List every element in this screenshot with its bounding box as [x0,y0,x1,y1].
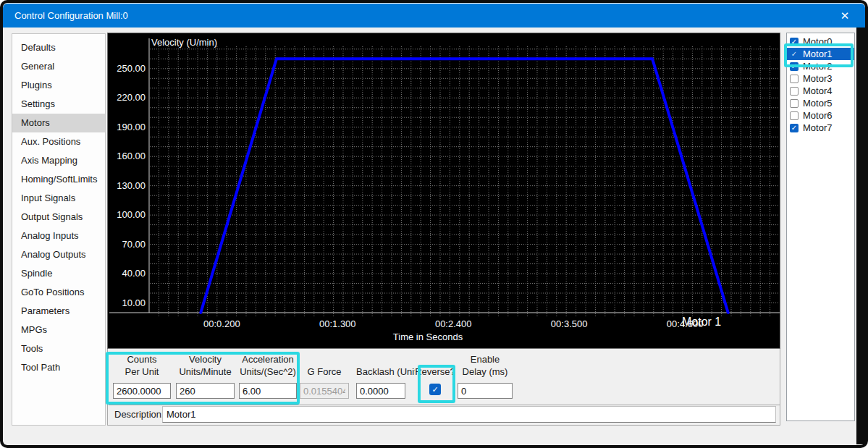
sidebar-item-spindle[interactable]: Spindle [12,264,105,283]
sidebar-item-analog-outputs[interactable]: Analog Outputs [12,245,105,264]
motor-checkbox-icon[interactable] [790,99,799,108]
velocity-chart: Velocity (U/min) Time in Seconds Motor 1… [107,33,780,349]
field-label: Velocity [176,353,235,365]
motor-checkbox-icon[interactable]: ✓ [790,124,799,132]
field-label: Units/(Sec^2) [239,365,297,378]
counts-per-unit-input[interactable] [113,383,171,399]
motor-checkbox-icon[interactable] [790,75,799,83]
motor-label: Motor3 [803,73,832,84]
motor-checkbox-icon[interactable] [790,87,799,96]
motor-label: Motor7 [803,122,832,133]
sidebar-item-homing-softlimits[interactable]: Homing/SoftLimits [12,170,105,189]
motor-checkbox-icon[interactable]: ✓ [790,50,799,59]
description-label: Description: [114,409,164,420]
enable-delay-input[interactable] [458,383,513,399]
divider [109,405,780,405]
reverse-checkbox[interactable]: ✓ [429,384,441,395]
sidebar: DefaultsGeneralPluginsSettingsMotorsAux.… [12,33,106,426]
sidebar-item-motors[interactable]: Motors [12,114,105,132]
sidebar-item-axis-mapping[interactable]: Axis Mapping [12,151,105,170]
motor-row-motor0[interactable]: ✓Motor0 [787,35,854,48]
backlash-field: Backlash (Units) [356,353,405,401]
motor-row-motor4[interactable]: Motor4 [787,85,854,97]
motor-label: Motor6 [803,110,832,121]
sidebar-item-general[interactable]: General [12,57,105,76]
motor-checklist: ✓Motor0✓Motor1✓Motor2Motor3Motor4Motor5M… [786,33,855,421]
motor-row-motor5[interactable]: Motor5 [787,97,854,109]
sidebar-item-analog-inputs[interactable]: Analog Inputs [12,227,105,245]
field-label: Backlash (Units) [356,365,405,378]
sidebar-item-tools[interactable]: Tools [12,339,105,358]
velocity-field: Velocity Units/Minute [176,353,235,401]
motor-label: Motor0 [803,36,832,47]
g-force-readonly [300,383,349,399]
velocity-curve [201,59,728,313]
motor-checkbox-icon[interactable] [790,111,799,120]
motor-row-motor6[interactable]: Motor6 [787,109,854,122]
motor-row-motor7[interactable]: ✓Motor7 [787,122,854,134]
motor-label: Motor5 [803,98,832,109]
sidebar-item-output-signals[interactable]: Output Signals [12,208,105,227]
sidebar-item-defaults[interactable]: Defaults [12,38,105,57]
counts-per-unit-field: Counts Per Unit [113,353,171,401]
sidebar-item-input-signals[interactable]: Input Signals [12,189,105,208]
chart-canvas [108,33,781,350]
field-label: Delay (ms) [458,365,513,378]
titlebar: Control Configuration Mill:0 ✕ [3,4,865,28]
motor-row-motor2[interactable]: ✓Motor2 [787,60,854,72]
window-frame: Control Configuration Mill:0 ✕ DefaultsG… [0,0,868,448]
sidebar-item-plugins[interactable]: Plugins [12,76,105,95]
field-label: Acceleration [239,353,297,365]
acceleration-input[interactable] [239,383,297,399]
acceleration-field: Acceleration Units/(Sec^2) [239,353,297,401]
motor-label: Motor2 [803,61,832,72]
window-right-edge [856,28,865,444]
motor-row-motor3[interactable]: Motor3 [787,72,854,85]
motor-checkbox-icon[interactable]: ✓ [790,38,799,46]
sidebar-item-goto-positions[interactable]: GoTo Positions [12,283,105,302]
close-icon[interactable]: ✕ [833,7,856,25]
field-label: Units/Minute [176,365,235,378]
motor-label: Motor1 [803,48,832,59]
sidebar-item-parameters[interactable]: Parameters [12,302,105,321]
sidebar-item-mpgs[interactable]: MPGs [12,321,105,339]
sidebar-item-settings[interactable]: Settings [12,95,105,114]
motor-label: Motor4 [803,85,832,96]
field-label: Enable [458,353,513,365]
field-label: Counts [113,353,171,365]
enable-delay-field: Enable Delay (ms) [458,353,513,401]
sidebar-item-aux-positions[interactable]: Aux. Positions [12,132,105,151]
field-label: Per Unit [113,365,171,378]
field-label: G Force [300,365,349,378]
description-input[interactable] [162,406,776,423]
reverse-field: Reverse? ✓ [415,353,455,401]
velocity-input[interactable] [176,383,235,399]
g-force-field: G Force [300,353,349,401]
backlash-input[interactable] [356,383,405,399]
motor-row-motor1[interactable]: ✓Motor1 [787,48,854,60]
window-title: Control Configuration Mill:0 [14,4,128,28]
motor-checkbox-icon[interactable]: ✓ [790,62,799,71]
sidebar-item-tool-path[interactable]: Tool Path [12,358,105,377]
field-label: Reverse? [415,365,455,378]
